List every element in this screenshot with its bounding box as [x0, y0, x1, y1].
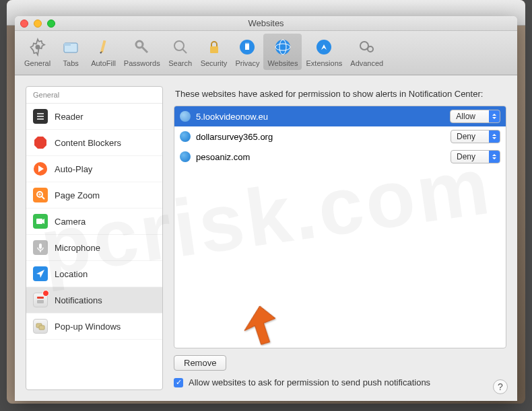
site-row[interactable]: 5.lookvideonow.eu Allow — [174, 106, 506, 126]
toolbar-label: Search — [168, 59, 192, 67]
toolbar-advanced[interactable]: Advanced — [346, 34, 387, 70]
toolbar-label: Security — [201, 59, 228, 67]
toolbar-label: Websites — [267, 59, 298, 67]
svg-point-0 — [35, 45, 40, 50]
preferences-window: Websites General Tabs AutoFill Passwords — [15, 16, 517, 401]
main-header: These websites have asked for permission… — [174, 86, 506, 106]
remove-button[interactable]: Remove — [174, 355, 226, 371]
key-icon — [131, 36, 153, 58]
svg-marker-32 — [36, 270, 44, 278]
tabs-icon — [60, 36, 81, 58]
site-list: 5.lookvideonow.eu Allow dollarsurvey365.… — [174, 106, 506, 348]
site-name: 5.lookvideonow.eu — [196, 112, 444, 122]
sidebar-item-content-blockers[interactable]: Content Blockers — [26, 130, 162, 156]
permission-select[interactable]: Deny — [451, 150, 500, 163]
lock-icon — [203, 36, 225, 58]
sidebar: General Reader Content Blockers Auto-Pla… — [26, 86, 163, 390]
toolbar-security[interactable]: Security — [197, 34, 232, 70]
minimize-icon[interactable] — [34, 20, 42, 28]
remove-row: Remove — [174, 348, 506, 375]
svg-rect-30 — [39, 244, 42, 249]
sidebar-item-camera[interactable]: Camera — [26, 209, 162, 235]
permission-select[interactable]: Allow — [450, 110, 500, 123]
toolbar-tabs[interactable]: Tabs — [55, 34, 87, 70]
zoom-search-icon — [33, 188, 48, 202]
sidebar-item-label: Page Zoom — [55, 190, 100, 200]
content-area: General Reader Content Blockers Auto-Pla… — [15, 75, 517, 401]
select-arrows-icon — [489, 110, 500, 122]
svg-rect-28 — [36, 219, 42, 224]
sidebar-item-label: Location — [55, 269, 88, 279]
toolbar-label: Advanced — [350, 59, 383, 67]
close-icon[interactable] — [20, 20, 28, 28]
zoom-icon[interactable] — [47, 20, 55, 28]
camera-icon — [33, 214, 48, 229]
gears-icon — [356, 36, 378, 58]
pencil-icon — [92, 36, 114, 58]
permission-select[interactable]: Deny — [451, 130, 500, 143]
sidebar-item-label: Camera — [55, 217, 86, 227]
svg-rect-33 — [37, 297, 44, 299]
notification-badge-icon — [42, 290, 49, 297]
sidebar-item-autoplay[interactable]: Auto-Play — [26, 156, 162, 182]
toolbar-websites[interactable]: Websites — [263, 34, 302, 70]
svg-point-11 — [275, 40, 290, 54]
allow-ask-row: ✓ Allow websites to ask for permission t… — [174, 375, 506, 390]
sidebar-item-label: Content Blockers — [55, 138, 121, 148]
windows-icon — [33, 319, 48, 334]
sidebar-item-page-zoom[interactable]: Page Zoom — [26, 182, 162, 209]
play-icon — [33, 161, 48, 176]
reader-icon — [33, 109, 48, 124]
svg-rect-34 — [37, 300, 44, 303]
svg-rect-36 — [39, 326, 44, 330]
toolbar-label: AutoFill — [91, 59, 116, 67]
sidebar-item-label: Reader — [55, 112, 84, 122]
help-button[interactable]: ? — [493, 379, 508, 394]
toolbar-search[interactable]: Search — [164, 34, 197, 70]
sidebar-item-location[interactable]: Location — [26, 261, 162, 287]
select-arrows-icon — [489, 130, 500, 143]
allow-ask-label: Allow websites to ask for permission to … — [189, 377, 430, 387]
svg-line-25 — [42, 196, 44, 199]
svg-point-17 — [368, 46, 373, 52]
toolbar-general[interactable]: General — [20, 34, 55, 70]
stop-icon — [33, 135, 48, 150]
site-row[interactable]: pesoaniz.com Deny — [174, 147, 506, 167]
sidebar-item-reader[interactable]: Reader — [26, 104, 162, 130]
svg-point-7 — [174, 41, 184, 50]
sidebar-header: General — [26, 87, 162, 104]
preferences-toolbar: General Tabs AutoFill Passwords Search — [15, 31, 517, 75]
permission-value: Allow — [451, 112, 489, 121]
site-globe-icon — [180, 111, 191, 122]
window-controls — [20, 20, 55, 28]
site-name: pesoaniz.com — [196, 152, 445, 162]
compass-icon — [313, 36, 335, 58]
toolbar-label: Passwords — [124, 59, 160, 67]
toolbar-label: Extensions — [306, 59, 342, 67]
toolbar-extensions[interactable]: Extensions — [302, 34, 346, 70]
toolbar-privacy[interactable]: Privacy — [231, 34, 263, 70]
sidebar-item-label: Auto-Play — [55, 164, 92, 174]
sidebar-item-label: Pop-up Windows — [55, 322, 121, 332]
gear-icon — [27, 36, 48, 58]
sidebar-item-label: Microphone — [55, 243, 100, 253]
toolbar-label: General — [24, 59, 51, 67]
sidebar-item-microphone[interactable]: Microphone — [26, 235, 162, 261]
toolbar-label: Privacy — [235, 59, 259, 67]
hand-icon — [236, 36, 258, 58]
svg-rect-3 — [100, 40, 106, 52]
select-arrows-icon — [489, 151, 500, 163]
allow-ask-checkbox[interactable]: ✓ — [174, 378, 183, 387]
sidebar-item-label: Notifications — [55, 295, 102, 305]
location-icon — [33, 266, 48, 281]
svg-rect-2 — [64, 43, 71, 46]
sidebar-item-popup-windows[interactable]: Pop-up Windows — [26, 313, 162, 340]
window-title: Websites — [248, 18, 284, 28]
site-name: dollarsurvey365.org — [196, 132, 445, 142]
search-icon — [170, 36, 191, 58]
toolbar-passwords[interactable]: Passwords — [120, 34, 164, 70]
toolbar-autofill[interactable]: AutoFill — [87, 34, 120, 70]
site-row[interactable]: dollarsurvey365.org Deny — [174, 126, 506, 147]
site-globe-icon — [180, 131, 191, 142]
sidebar-item-notifications[interactable]: Notifications — [26, 287, 162, 313]
